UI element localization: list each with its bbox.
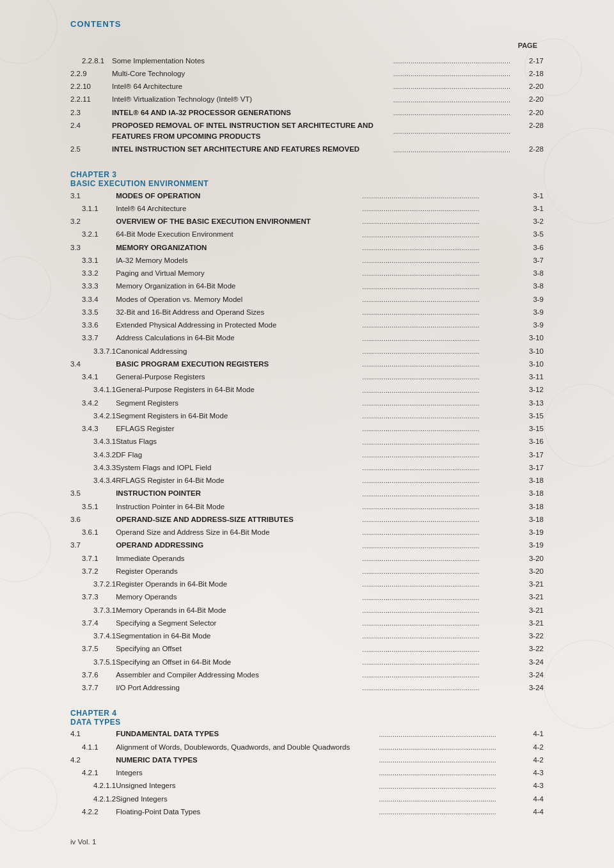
table-row: 2.2.11Intel® Virtualization Technology (… bbox=[70, 93, 544, 106]
toc-page: 3-10 bbox=[512, 345, 544, 358]
table-row: 3.7OPERAND ADDRESSING...................… bbox=[70, 539, 544, 552]
table-row: 2.2.8.1Some Implementation Notes........… bbox=[70, 54, 544, 67]
toc-page: 3-20 bbox=[512, 552, 544, 565]
toc-title-cell: 32-Bit and 16-Bit Address and Operand Si… bbox=[116, 306, 361, 319]
toc-dots: ........................................… bbox=[361, 656, 512, 668]
toc-title-cell: RFLAGS Register in 64-Bit Mode bbox=[116, 475, 361, 487]
toc-page: 4-3 bbox=[512, 780, 544, 793]
toc-number: 3.7.1 bbox=[70, 552, 116, 565]
toc-dots: ........................................… bbox=[361, 436, 512, 448]
toc-number: 3.3.7 bbox=[70, 332, 116, 345]
toc-title-cell: PROPOSED REMOVAL OF INTEL INSTRUCTION SE… bbox=[112, 119, 392, 143]
toc-title-cell: Floating-Point Data Types bbox=[116, 805, 377, 818]
toc-title-text: Memory Operands in 64-Bit Mode bbox=[116, 606, 226, 614]
toc-title-cell: Address Calculations in 64-Bit Mode bbox=[116, 332, 361, 345]
table-row: 3.3.3Memory Organization in 64-Bit Mode.… bbox=[70, 280, 544, 293]
toc-title-cell: Some Implementation Notes bbox=[112, 54, 392, 67]
toc-number: 2.2.10 bbox=[70, 81, 112, 93]
toc-number: 3.7.7 bbox=[70, 682, 116, 695]
toc-number: 2.2.8.1 bbox=[70, 54, 112, 67]
toc-title-text: NUMERIC DATA TYPES bbox=[116, 756, 198, 764]
toc-dots: ........................................… bbox=[361, 591, 512, 604]
toc-title-cell: Segment Registers bbox=[116, 397, 361, 409]
toc-number: 3.4 bbox=[70, 358, 116, 370]
toc-number: 3.3.1 bbox=[70, 254, 116, 267]
table-row: 2.2.9Multi-Core Technology..............… bbox=[70, 67, 544, 80]
toc-title-cell: Specifying an Offset in 64-Bit Mode bbox=[116, 656, 361, 668]
toc-page: 2-20 bbox=[512, 106, 544, 119]
toc-title-text: OVERVIEW OF THE BASIC EXECUTION ENVIRONM… bbox=[116, 217, 311, 225]
toc-number: 2.5 bbox=[70, 143, 112, 156]
toc-page: 3-1 bbox=[512, 189, 544, 202]
toc-title-text: 32-Bit and 16-Bit Address and Operand Si… bbox=[116, 308, 264, 316]
toc-dots: ........................................… bbox=[361, 668, 512, 681]
toc-title-text: Intel® 64 Architecture bbox=[112, 83, 182, 90]
toc-title-text: Unsigned Integers bbox=[116, 782, 175, 789]
toc-title-cell: Immediate Operands bbox=[116, 552, 361, 565]
table-row: 3.2.164-Bit Mode Execution Environment..… bbox=[70, 228, 544, 241]
toc-title-cell: Register Operands in 64-Bit Mode bbox=[116, 578, 361, 591]
toc-dots: ........................................… bbox=[392, 67, 512, 80]
table-row: 3.3.2Paging and Virtual Memory..........… bbox=[70, 267, 544, 280]
table-row: 3.2OVERVIEW OF THE BASIC EXECUTION ENVIR… bbox=[70, 216, 544, 228]
toc-title-cell: INSTRUCTION POINTER bbox=[116, 487, 361, 500]
toc-number: 4.2.1 bbox=[70, 767, 116, 780]
table-row: 3.7.5Specifying an Offset...............… bbox=[70, 643, 544, 656]
toc-page: 3-19 bbox=[512, 539, 544, 552]
toc-page: 3-21 bbox=[512, 604, 544, 617]
toc-number: 3.3.2 bbox=[70, 267, 116, 280]
toc-title-cell: MODES OF OPERATION bbox=[116, 189, 361, 202]
toc-dots: ........................................… bbox=[361, 345, 512, 358]
toc-title-cell: Intel® Virtualization Technology (Intel®… bbox=[112, 93, 392, 106]
toc-number: 3.4.1.1 bbox=[70, 384, 116, 397]
toc-page: 3-24 bbox=[512, 682, 544, 695]
toc-page: 3-13 bbox=[512, 397, 544, 409]
chapter-4-label: CHAPTER 4 bbox=[70, 709, 544, 718]
toc-title-text: Instruction Pointer in 64-Bit Mode bbox=[116, 503, 224, 510]
toc-number: 4.2 bbox=[70, 754, 116, 766]
toc-dots: ........................................… bbox=[361, 409, 512, 422]
toc-title-cell: Operand Size and Address Size in 64-Bit … bbox=[116, 526, 361, 539]
toc-number: 3.6 bbox=[70, 513, 116, 526]
table-row: 3.4.1.1General-Purpose Registers in 64-B… bbox=[70, 384, 544, 397]
toc-number: 3.7.5.1 bbox=[70, 656, 116, 668]
toc-dots: ........................................… bbox=[361, 358, 512, 370]
toc-dots: ........................................… bbox=[361, 241, 512, 254]
toc-dots: ........................................… bbox=[361, 487, 512, 500]
toc-title-cell: Unsigned Integers bbox=[116, 780, 377, 793]
table-row: 4.2.1.2Signed Integers..................… bbox=[70, 793, 544, 805]
toc-title-text: Intel® Virtualization Technology (Intel®… bbox=[112, 95, 252, 103]
toc-page: 3-21 bbox=[512, 617, 544, 629]
toc-page: 3-8 bbox=[512, 267, 544, 280]
toc-number: 3.4.3.4 bbox=[70, 475, 116, 487]
table-row: 3.5INSTRUCTION POINTER..................… bbox=[70, 487, 544, 500]
toc-dots: ........................................… bbox=[392, 81, 512, 93]
toc-dots: ........................................… bbox=[377, 805, 512, 818]
toc-number: 3.4.3.1 bbox=[70, 436, 116, 448]
toc-number: 3.3.6 bbox=[70, 319, 116, 332]
toc-number: 3.6.1 bbox=[70, 526, 116, 539]
table-row: 4.2.1.1Unsigned Integers................… bbox=[70, 780, 544, 793]
toc-title-text: FUNDAMENTAL DATA TYPES bbox=[116, 730, 219, 738]
toc-title-cell: NUMERIC DATA TYPES bbox=[116, 754, 377, 766]
table-row: 3.1MODES OF OPERATION...................… bbox=[70, 189, 544, 202]
toc-number: 3.7.3.1 bbox=[70, 604, 116, 617]
toc-number: 3.7.4 bbox=[70, 617, 116, 629]
toc-title-text: Operand Size and Address Size in 64-Bit … bbox=[116, 528, 269, 536]
toc-title-cell: Intel® 64 Architecture bbox=[112, 81, 392, 93]
toc-number: 3.7.2.1 bbox=[70, 578, 116, 591]
table-row: 3.7.4.1Segmentation in 64-Bit Mode......… bbox=[70, 630, 544, 643]
toc-page: 3-2 bbox=[512, 216, 544, 228]
toc-number: 4.2.1.1 bbox=[70, 780, 116, 793]
toc-page: 3-22 bbox=[512, 630, 544, 643]
toc-title-text: Specifying an Offset bbox=[116, 645, 182, 652]
toc-title-text: OPERAND-SIZE AND ADDRESS-SIZE ATTRIBUTES bbox=[116, 516, 294, 523]
footer: iv Vol. 1 bbox=[70, 838, 544, 846]
toc-number: 3.1.1 bbox=[70, 202, 116, 215]
toc-page: 3-24 bbox=[512, 668, 544, 681]
toc-title-text: EFLAGS Register bbox=[116, 425, 174, 432]
toc-number: 3.2.1 bbox=[70, 228, 116, 241]
toc-number: 4.1.1 bbox=[70, 741, 116, 754]
toc-page: 3-21 bbox=[512, 578, 544, 591]
toc-title-text: Specifying an Offset in 64-Bit Mode bbox=[116, 658, 231, 666]
